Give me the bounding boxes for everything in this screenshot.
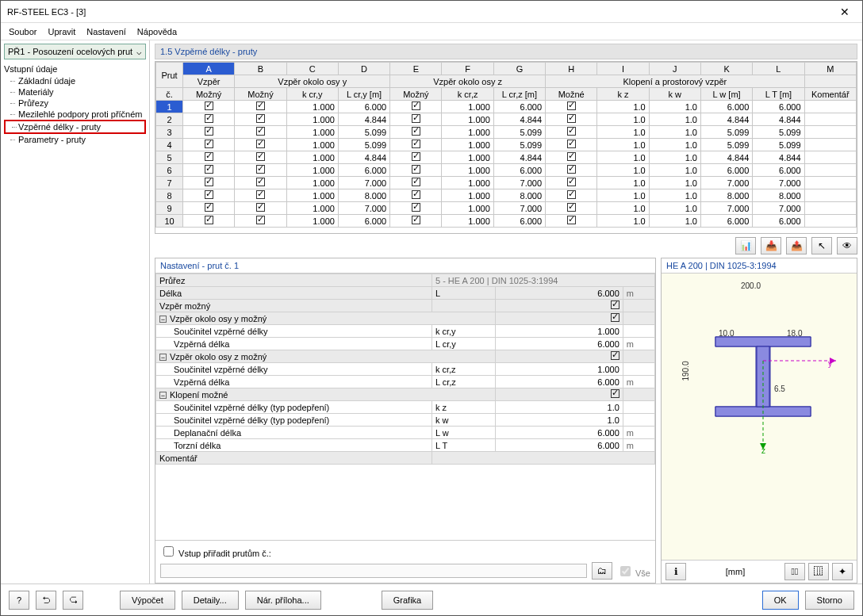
next-icon[interactable]: ⮎	[63, 591, 83, 610]
unit-label: [mm]	[726, 567, 745, 576]
content-panel: 1.5 Vzpěrné délky - pruty PrutABCDEFGHIJ…	[150, 40, 862, 583]
case-combo[interactable]: PŘ1 - Posouzení ocelových prut ⌵	[4, 44, 146, 59]
nav-tree: Vstupní údaje Základní údajeMateriályPrů…	[4, 63, 146, 145]
cross-section-canvas: 200.0 190.0 10.0 18.0 6.5 y z	[662, 274, 857, 560]
all-checkbox[interactable]: Vše	[617, 564, 650, 579]
menubar: Soubor Upravit Nastavení Nápověda	[1, 23, 862, 40]
excel-export-icon[interactable]: 📊	[735, 237, 756, 254]
titlebar: RF-STEEL EC3 - [3] ✕	[1, 1, 862, 23]
assign-checkbox[interactable]: Vstup přiřadit prutům č.:	[160, 544, 650, 559]
detail-title: Nastavení - prut č. 1	[155, 258, 655, 274]
view1-icon[interactable]: �⃠	[784, 563, 805, 580]
tree-item[interactable]: Základní údaje	[4, 75, 146, 86]
grid-toolbar: 📊 📥 📤 ↖ 👁	[155, 237, 857, 254]
help-icon[interactable]: ?	[9, 591, 29, 610]
menu-edit[interactable]: Upravit	[48, 27, 75, 36]
window-title: RF-STEEL EC3 - [3]	[7, 7, 834, 17]
members-grid[interactable]: PrutABCDEFGHIJKLMVzpěrVzpěr okolo osy yV…	[155, 61, 857, 234]
pick-icon[interactable]: ↖	[811, 237, 832, 254]
cross-section-title: HE A 200 | DIN 1025-3:1994	[662, 258, 857, 274]
details-button[interactable]: Detaily...	[182, 591, 239, 610]
navigator-panel: PŘ1 - Posouzení ocelových prut ⌵ Vstupní…	[1, 40, 150, 583]
tree-item[interactable]: Materiály	[4, 86, 146, 98]
menu-file[interactable]: Soubor	[9, 27, 36, 36]
tree-root[interactable]: Vstupní údaje	[4, 63, 146, 75]
pick-members-icon[interactable]: 🗂	[592, 562, 612, 580]
case-combo-text: PŘ1 - Posouzení ocelových prut	[8, 47, 132, 56]
eye-icon[interactable]: 👁	[837, 237, 857, 254]
tree-item[interactable]: Mezilehlé podpory proti příčném	[4, 109, 146, 120]
tree-item[interactable]: Parametry - pruty	[4, 134, 146, 145]
footer: ? ⮌ ⮎ Výpočet Detaily... Nár. příloha...…	[1, 583, 862, 615]
view3-icon[interactable]: ✦	[832, 563, 853, 580]
view2-icon[interactable]: ⿲	[808, 563, 829, 580]
cross-section-panel: HE A 200 | DIN 1025-3:1994	[661, 258, 857, 583]
info-icon[interactable]: ℹ	[665, 563, 686, 580]
section-title: 1.5 Vzpěrné délky - pruty	[155, 44, 857, 59]
grafika-button[interactable]: Grafika	[382, 591, 433, 610]
calc-button[interactable]: Výpočet	[120, 591, 175, 610]
assign-section: Vstup přiřadit prutům č.: 🗂 Vše	[155, 540, 655, 583]
tree-item[interactable]: Vzpěrné délky - pruty	[4, 120, 146, 134]
chevron-down-icon: ⌵	[136, 47, 142, 57]
svg-marker-4	[830, 358, 836, 364]
ok-button[interactable]: OK	[762, 591, 799, 610]
tree-item[interactable]: Průřezy	[4, 98, 146, 109]
detail-panel: Nastavení - prut č. 1 Průřez5 - HE A 200…	[155, 258, 656, 583]
menu-help[interactable]: Nápověda	[137, 27, 177, 36]
close-icon[interactable]: ✕	[834, 6, 856, 18]
app-window: RF-STEEL EC3 - [3] ✕ Soubor Upravit Nast…	[0, 0, 863, 616]
excel-import-icon[interactable]: 📥	[761, 237, 781, 254]
axis-lines	[662, 274, 857, 480]
svg-marker-6	[760, 443, 766, 450]
menu-settings[interactable]: Nastavení	[86, 27, 126, 36]
annex-button[interactable]: Nár. příloha...	[245, 591, 321, 610]
excel-remove-icon[interactable]: 📤	[786, 237, 807, 254]
assign-input[interactable]	[160, 564, 587, 578]
storno-button[interactable]: Storno	[805, 591, 854, 610]
prev-icon[interactable]: ⮌	[36, 591, 56, 610]
